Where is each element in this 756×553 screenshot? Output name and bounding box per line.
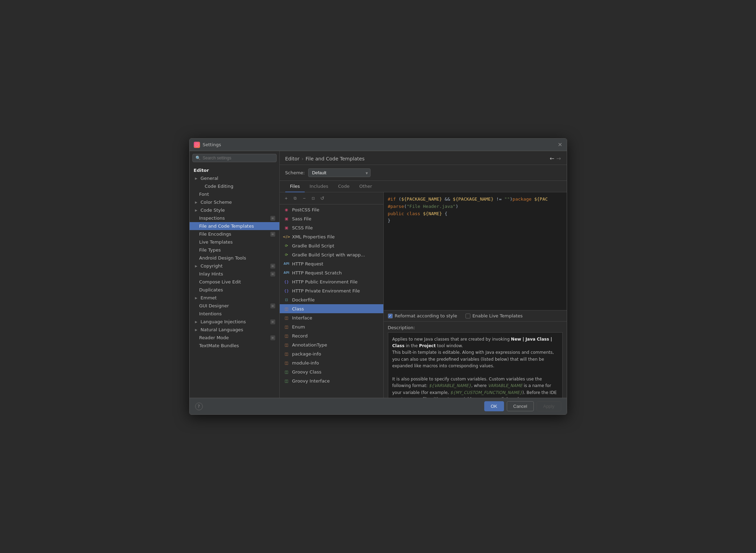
tab-files[interactable]: Files: [285, 181, 305, 192]
sidebar-item-emmet[interactable]: ▶ Emmet: [190, 294, 279, 302]
tab-includes[interactable]: Includes: [305, 181, 333, 192]
svg-point-1: [196, 144, 198, 146]
sidebar-item-file-code-templates[interactable]: File and Code Templates: [190, 222, 279, 230]
code-editor[interactable]: #if (${PACKAGE_NAME} && ${PACKAGE_NAME} …: [384, 192, 567, 310]
file-icon: ⊡: [284, 297, 289, 302]
badge-icon: ≡: [270, 216, 275, 221]
sidebar-item-textmate-bundles[interactable]: TextMate Bundles: [190, 342, 279, 350]
copy-template-button[interactable]: ⧉: [292, 194, 299, 202]
remove-template-button[interactable]: −: [301, 194, 308, 202]
sidebar-item-natural-languages[interactable]: ▶ Natural Languages: [190, 326, 279, 334]
list-item[interactable]: ▣ SCSS File: [280, 223, 383, 232]
sidebar-item-compose-live-edit[interactable]: Compose Live Edit: [190, 278, 279, 286]
sidebar-item-font[interactable]: Font: [190, 190, 279, 198]
search-box[interactable]: 🔍: [192, 154, 277, 162]
list-item[interactable]: API HTTP Request Scratch: [280, 268, 383, 277]
arrow-icon: ▶: [195, 209, 199, 212]
list-item[interactable]: ▣ Sass File: [280, 214, 383, 223]
reformat-label: Reformat according to style: [395, 313, 457, 318]
sidebar-item-copyright[interactable]: ▶ Copyright ≡: [190, 262, 279, 270]
breadcrumb: Editor › File and Code Templates: [285, 156, 365, 161]
sidebar-item-code-style[interactable]: ▶ Code Style: [190, 206, 279, 214]
breadcrumb-parent: Editor: [285, 156, 299, 161]
list-item[interactable]: ◫ AnnotationType: [280, 340, 383, 349]
help-button[interactable]: ?: [195, 403, 203, 410]
sidebar-item-inlay-hints[interactable]: Inlay Hints ≡: [190, 270, 279, 278]
file-icon: ◫: [284, 342, 289, 348]
window-title: Settings: [203, 142, 555, 147]
description-panel: Description: Applies to new Java classes…: [384, 322, 567, 398]
sidebar-item-intentions[interactable]: Intentions: [190, 310, 279, 318]
options-row: Reformat according to style Enable Live …: [384, 310, 567, 322]
list-item[interactable]: ⟳ Gradle Build Script: [280, 241, 383, 250]
template-list-panel: + ⧉ − ⊡ ↺ ◉ PostCSS File: [280, 192, 384, 398]
list-item[interactable]: ◫ Groovy Class: [280, 367, 383, 376]
list-item[interactable]: ◫ module-info: [280, 358, 383, 367]
live-templates-label: Enable Live Templates: [472, 313, 523, 318]
list-item[interactable]: ◫ Interface: [280, 313, 383, 322]
files-content: + ⧉ − ⊡ ↺ ◉ PostCSS File: [280, 192, 567, 398]
apply-button[interactable]: Apply: [537, 401, 561, 411]
file-icon: ◫: [284, 315, 289, 321]
live-templates-checkbox[interactable]: [466, 314, 470, 318]
list-item[interactable]: ◉ PostCSS File: [280, 205, 383, 214]
list-item[interactable]: {} HTTP Private Environment File: [280, 286, 383, 295]
scheme-select[interactable]: Default Project: [308, 168, 371, 177]
code-line-4: }: [388, 217, 563, 225]
list-item[interactable]: API HTTP Request: [280, 259, 383, 268]
file-icon: {}: [284, 288, 289, 293]
tab-code[interactable]: Code: [333, 181, 354, 192]
live-templates-checkbox-label[interactable]: Enable Live Templates: [466, 313, 523, 318]
reformat-checkbox-label[interactable]: Reformat according to style: [388, 313, 457, 318]
tab-other[interactable]: Other: [354, 181, 377, 192]
list-item[interactable]: </> XML Properties File: [280, 232, 383, 241]
list-toolbar: + ⧉ − ⊡ ↺: [280, 192, 383, 204]
nav-forward-button[interactable]: →: [556, 155, 561, 162]
copy2-template-button[interactable]: ⊡: [310, 194, 317, 202]
sidebar-item-gui-designer[interactable]: GUI Designer ≡: [190, 302, 279, 310]
reset-template-button[interactable]: ↺: [319, 194, 326, 202]
sidebar-item-live-templates[interactable]: Live Templates: [190, 238, 279, 246]
file-icon: API: [284, 270, 289, 275]
arrow-icon: ▶: [195, 296, 199, 300]
file-icon: ◫: [284, 333, 289, 339]
file-icon: </>: [284, 234, 289, 239]
badge-icon: ≡: [270, 264, 275, 269]
cancel-button[interactable]: Cancel: [507, 401, 534, 411]
file-icon: ◉: [284, 207, 289, 212]
sidebar-item-language-injections[interactable]: ▶ Language Injections ≡: [190, 318, 279, 326]
list-item[interactable]: ◫ Groovy Interface: [280, 376, 383, 385]
sidebar-item-android-design-tools[interactable]: Android Design Tools: [190, 254, 279, 262]
close-button[interactable]: ✕: [558, 142, 562, 148]
list-item[interactable]: ◫ package-info: [280, 349, 383, 358]
sidebar-item-inspections[interactable]: Inspections ≡: [190, 214, 279, 222]
sidebar: 🔍 Editor ▶ General Code Editing: [190, 151, 280, 398]
sidebar-item-general[interactable]: ▶ General: [190, 174, 279, 182]
arrow-icon: ▶: [195, 201, 199, 204]
sidebar-item-file-types[interactable]: File Types: [190, 246, 279, 254]
sidebar-item-duplicates[interactable]: Duplicates: [190, 286, 279, 294]
sidebar-item-file-encodings[interactable]: File Encodings ≡: [190, 230, 279, 238]
badge-icon: ≡: [270, 319, 275, 324]
list-item[interactable]: ⊡ Dockerfile: [280, 295, 383, 304]
sidebar-item-color-scheme[interactable]: ▶ Color Scheme: [190, 198, 279, 206]
file-icon: ▣: [284, 225, 289, 230]
list-item[interactable]: ◫ Enum: [280, 322, 383, 331]
add-template-button[interactable]: +: [283, 194, 290, 202]
reformat-checkbox[interactable]: [388, 314, 393, 318]
list-item-class[interactable]: ◫ Class: [280, 304, 383, 313]
list-item[interactable]: ⟳ Gradle Build Script with wrapp...: [280, 250, 383, 259]
bottom-bar: ? OK Cancel Apply: [190, 398, 567, 414]
list-item[interactable]: {} HTTP Public Environment File: [280, 277, 383, 286]
ok-button[interactable]: OK: [484, 401, 504, 411]
search-input[interactable]: [203, 156, 273, 160]
nav-back-button[interactable]: ←: [550, 155, 554, 162]
sidebar-item-reader-mode[interactable]: Reader Mode ≡: [190, 334, 279, 342]
list-item[interactable]: ◫ Record: [280, 331, 383, 340]
code-line-3: public class ${NAME} {: [388, 210, 563, 218]
settings-dialog: Settings ✕ 🔍 Editor ▶ General: [189, 138, 567, 415]
breadcrumb-separator: ›: [302, 156, 304, 161]
sidebar-item-code-editing[interactable]: Code Editing: [190, 182, 279, 190]
file-icon: API: [284, 261, 289, 266]
arrow-icon: ▶: [195, 320, 199, 324]
